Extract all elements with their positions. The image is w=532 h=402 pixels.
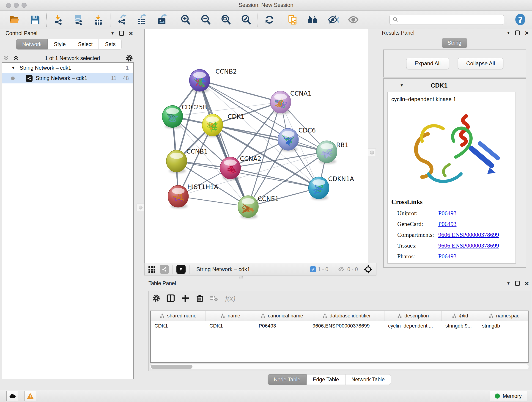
crosslink-link[interactable]: P06493	[438, 210, 456, 217]
network-canvas[interactable]: CCNB2CCNA1CDC25BCDK1CDC6RB1CCNB1CCNA2CDK…	[144, 29, 368, 263]
export-image-icon[interactable]	[157, 14, 168, 25]
network-node-hist1h1a[interactable]: HIST1H1A	[168, 183, 218, 208]
table-cell[interactable]: stringdb:9...	[442, 323, 478, 329]
network-edge[interactable]	[178, 196, 248, 207]
column-header-name[interactable]: name	[206, 311, 255, 321]
crosslink-link[interactable]: 9606.ENSP00000378699	[438, 231, 499, 238]
tab-select[interactable]: Select	[72, 39, 99, 50]
expand-all-button[interactable]: Expand All	[406, 58, 449, 69]
network-node-cdk1[interactable]: CDK1	[202, 113, 244, 137]
network-node-ccne1[interactable]: CCNE1	[238, 195, 279, 219]
show-columns-icon[interactable]	[166, 294, 175, 303]
open-session-icon[interactable]	[9, 14, 20, 25]
network-node-ccna1[interactable]: CCNA1	[270, 90, 312, 114]
cloud-button[interactable]	[6, 391, 18, 401]
control-panel-title: Control Panel	[6, 30, 37, 36]
collapse-all-chevrons-icon[interactable]	[12, 55, 20, 62]
expand-all-chevrons-icon[interactable]	[2, 55, 10, 62]
network-node-ccnb1[interactable]: CCNB1	[166, 148, 208, 173]
network-row-selected[interactable]: String Network – cdk1 11 48	[2, 73, 133, 83]
toolbar-separator	[46, 13, 47, 27]
tab-sets[interactable]: Sets	[99, 39, 122, 50]
hide-selected-eye-slash-icon[interactable]	[328, 14, 339, 25]
left-splitter-handle[interactable]	[137, 204, 144, 211]
table-cell[interactable]: CDK1	[151, 323, 206, 329]
home-icon[interactable]	[307, 14, 318, 25]
tab-edge-table[interactable]: Edge Table	[307, 374, 345, 385]
network-node-rb1[interactable]: RB1	[317, 141, 348, 164]
zoom-fit-icon[interactable]	[220, 14, 231, 25]
crosslink-label: Uniprot:	[391, 210, 438, 217]
add-column-icon[interactable]	[181, 294, 190, 303]
export-table-icon[interactable]	[137, 14, 147, 25]
table-horizontal-scrollbar[interactable]	[150, 364, 529, 369]
help-icon[interactable]: ?	[515, 13, 526, 26]
scrollbar-thumb[interactable]	[151, 365, 192, 369]
column-header-canonical-name[interactable]: canonical name	[255, 311, 309, 321]
crosslink-link[interactable]: 9606.ENSP00000378699	[438, 242, 499, 249]
column-header-description[interactable]: description	[385, 311, 442, 321]
table-panel-float-icon[interactable]	[515, 281, 520, 286]
table-panel-close-icon[interactable]: ×	[525, 281, 529, 286]
results-panel-collapse-icon[interactable]: ▼	[507, 31, 510, 35]
column-header-shared-name[interactable]: shared name	[151, 311, 206, 321]
network-collection-row[interactable]: ▼ String Network – cdk1 1	[2, 63, 133, 73]
import-table-file-icon[interactable]	[93, 14, 104, 25]
network-share-view-icon[interactable]	[160, 265, 169, 274]
tab-string[interactable]: String	[442, 38, 467, 48]
network-edge[interactable]	[212, 102, 280, 125]
fit-crosshair-icon[interactable]	[363, 264, 373, 274]
import-network-file-icon[interactable]	[53, 14, 64, 25]
table-cell[interactable]: CDK1	[206, 323, 255, 329]
collapse-all-button[interactable]: Collapse All	[458, 58, 503, 69]
network-node-cdc25b[interactable]: CDC25B	[162, 104, 207, 128]
tab-network[interactable]: Network	[16, 39, 48, 50]
save-session-icon[interactable]	[29, 14, 40, 25]
zoom-out-icon[interactable]	[200, 14, 211, 25]
grid-view-icon[interactable]	[148, 265, 156, 274]
table-cell[interactable]: P06493	[255, 323, 309, 329]
network-row-label: String Network – cdk1	[36, 75, 87, 81]
network-node-cdkn1a[interactable]: CDKN1A	[309, 175, 354, 200]
control-panel-float-icon[interactable]	[119, 31, 124, 36]
column-header--id[interactable]: @id	[442, 311, 478, 321]
tab-network-table[interactable]: Network Table	[345, 374, 391, 385]
tab-style[interactable]: Style	[48, 39, 72, 50]
string-documents-icon[interactable]	[287, 14, 298, 25]
results-panel-float-icon[interactable]	[515, 31, 520, 35]
column-header-database-identifier[interactable]: database identifier	[309, 311, 385, 321]
search-box[interactable]	[389, 15, 504, 25]
network-edge[interactable]	[248, 102, 281, 206]
show-all-eye-icon[interactable]	[348, 14, 359, 25]
import-network-database-icon[interactable]	[73, 14, 84, 25]
table-row[interactable]: CDK1CDK1P064939606.ENSP00000378699cyclin…	[151, 321, 528, 331]
search-input[interactable]	[399, 17, 497, 23]
tree-expand-icon[interactable]: ▼	[12, 66, 15, 70]
results-panel-close-icon[interactable]: ×	[525, 31, 529, 35]
network-edge[interactable]	[230, 168, 319, 188]
column-header-namespac[interactable]: namespac	[478, 311, 529, 321]
selected-checkbox-icon[interactable]	[310, 266, 316, 272]
table-cell[interactable]: 9606.ENSP00000378699	[309, 323, 385, 329]
table-panel-collapse-icon[interactable]: ▼	[507, 281, 510, 286]
export-network-icon[interactable]	[116, 14, 127, 25]
gene-section-collapse-icon[interactable]: ▼	[400, 83, 404, 88]
control-panel-collapse-icon[interactable]: ▼	[111, 31, 114, 36]
birds-eye-view-icon[interactable]	[177, 265, 186, 274]
warnings-button[interactable]	[24, 391, 36, 401]
node-table[interactable]: shared namenamecanonical namedatabase id…	[150, 311, 529, 363]
network-node-ccna2[interactable]: CCNA2	[220, 155, 261, 180]
gear-icon[interactable]	[125, 54, 133, 62]
tab-node-table[interactable]: Node Table	[268, 374, 307, 385]
table-gear-icon[interactable]	[152, 294, 161, 303]
table-cell[interactable]: cyclin–dependent ...	[385, 323, 442, 329]
crosslink-link[interactable]: P06493	[438, 253, 456, 260]
delete-column-icon[interactable]	[196, 294, 204, 303]
memory-button[interactable]: Memory	[490, 391, 527, 401]
refresh-icon[interactable]	[264, 14, 275, 25]
zoom-selected-icon[interactable]	[241, 14, 252, 25]
crosslink-link[interactable]: P06493	[438, 221, 456, 228]
table-cell[interactable]: stringdb	[478, 323, 529, 329]
control-panel-close-icon[interactable]: ×	[129, 31, 133, 36]
zoom-in-icon[interactable]	[180, 14, 191, 25]
